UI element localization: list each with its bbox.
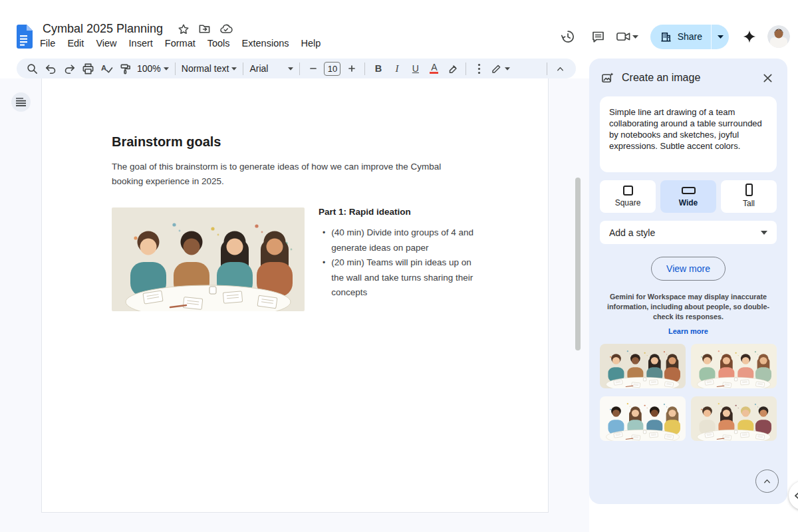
italic-button[interactable]: I xyxy=(388,60,406,77)
undo-icon xyxy=(45,63,57,75)
view-more-button[interactable]: View more xyxy=(651,257,726,281)
menu-extensions[interactable]: Extensions xyxy=(236,37,295,50)
print-button[interactable] xyxy=(79,60,97,77)
paragraph-style-select[interactable]: Normal text xyxy=(180,60,239,77)
paint-format-button[interactable] xyxy=(116,60,134,77)
text-color-button[interactable]: A xyxy=(425,60,443,77)
caret-down-icon xyxy=(505,67,510,70)
toolbar-divider xyxy=(547,63,547,75)
paint-roller-icon xyxy=(119,63,132,75)
scroll-to-top-button[interactable] xyxy=(755,469,779,493)
caret-down-icon xyxy=(718,35,724,39)
doc-bullet-list: (40 min) Divide into groups of 4 and gen… xyxy=(319,225,483,301)
minus-icon xyxy=(309,65,317,72)
hide-menus-button[interactable] xyxy=(551,60,569,77)
share-button[interactable]: Share xyxy=(650,25,729,49)
redo-button[interactable] xyxy=(61,60,78,77)
join-call-button[interactable] xyxy=(616,30,641,43)
app-header: Cymbal 2025 Planning File Edit View Inse… xyxy=(0,0,798,59)
collapse-panel-handle[interactable] xyxy=(789,481,798,510)
spellcheck-button[interactable]: A xyxy=(98,60,116,77)
gemini-disclaimer: Gemini for Workspace may display inaccur… xyxy=(604,292,773,322)
comments-button[interactable] xyxy=(585,23,612,50)
show-outline-button[interactable] xyxy=(11,92,31,112)
chevron-left-icon xyxy=(793,491,798,501)
editing-mode-select[interactable] xyxy=(489,60,512,77)
gemini-sparkle-icon xyxy=(742,29,757,44)
document-canvas: Brainstorm goals The goal of this brains… xyxy=(0,78,589,532)
aspect-wide-button[interactable]: Wide xyxy=(660,180,716,213)
highlighter-icon xyxy=(447,63,459,74)
star-icon[interactable] xyxy=(178,23,190,35)
menu-bar: File Edit View Insert Format Tools Exten… xyxy=(34,37,327,50)
chevron-up-icon xyxy=(762,476,772,486)
doc-bullet-item: (20 min) Teams will pin ideas up on the … xyxy=(319,255,483,301)
toolbar-divider xyxy=(243,63,243,75)
redo-icon xyxy=(63,63,76,75)
doc-heading: Brainstorm goals xyxy=(112,134,221,150)
text-color-swatch xyxy=(430,72,438,74)
generated-image-thumbnail[interactable] xyxy=(691,396,777,441)
create-image-panel: Create an image Simple line art drawing … xyxy=(589,59,787,504)
caret-down-icon xyxy=(761,231,767,235)
doc-bullet-item: (40 min) Divide into groups of 4 and gen… xyxy=(319,225,483,255)
generated-image-thumbnail[interactable] xyxy=(600,396,686,441)
underline-button[interactable]: U xyxy=(406,60,424,77)
search-icon xyxy=(26,63,39,75)
doc-intro-paragraph: The goal of this brainstorm is to genera… xyxy=(112,160,448,189)
account-avatar[interactable] xyxy=(767,25,790,48)
learn-more-link[interactable]: Learn more xyxy=(589,327,787,335)
font-size-input[interactable]: 10 xyxy=(324,62,340,76)
menu-edit[interactable]: Edit xyxy=(61,37,90,50)
move-folder-icon[interactable] xyxy=(198,23,211,35)
menu-view[interactable]: View xyxy=(90,37,122,50)
square-shape-icon xyxy=(623,186,633,196)
comment-icon xyxy=(591,30,605,44)
caret-down-icon xyxy=(632,35,638,39)
doc-inline-image[interactable] xyxy=(112,207,305,311)
version-history-button[interactable] xyxy=(555,23,581,50)
increase-font-size-button[interactable] xyxy=(342,60,360,77)
print-icon xyxy=(82,63,94,75)
outline-icon xyxy=(16,98,26,106)
caret-down-icon xyxy=(231,67,237,70)
menu-file[interactable]: File xyxy=(34,37,61,50)
menu-tools[interactable]: Tools xyxy=(201,37,236,50)
add-style-select[interactable]: Add a style xyxy=(600,221,777,244)
generated-images-grid xyxy=(600,344,777,441)
aspect-tall-button[interactable]: Tall xyxy=(721,180,777,213)
highlight-color-button[interactable] xyxy=(444,60,462,77)
wide-shape-icon xyxy=(682,187,696,194)
font-family-select[interactable]: Arial xyxy=(247,60,295,77)
menu-format[interactable]: Format xyxy=(159,37,201,50)
vertical-scrollbar[interactable] xyxy=(575,178,581,350)
more-options-button[interactable] xyxy=(470,60,488,77)
document-title[interactable]: Cymbal 2025 Planning xyxy=(40,21,166,37)
menu-insert[interactable]: Insert xyxy=(123,37,159,50)
doc-section-title: Part 1: Rapid ideation xyxy=(319,207,483,217)
close-icon xyxy=(762,72,773,84)
google-docs-logo-icon[interactable] xyxy=(15,25,33,49)
share-dropdown[interactable] xyxy=(711,25,729,49)
toolbar-divider xyxy=(299,63,300,75)
pencil-icon xyxy=(491,63,502,74)
close-panel-button[interactable] xyxy=(758,68,777,87)
video-camera-icon xyxy=(616,30,631,43)
bold-button[interactable]: B xyxy=(369,60,387,77)
undo-button[interactable] xyxy=(42,60,60,77)
panel-title: Create an image xyxy=(622,72,700,84)
decrease-font-size-button[interactable] xyxy=(304,60,322,77)
history-icon xyxy=(561,29,575,44)
cloud-status-icon[interactable] xyxy=(219,23,233,36)
menu-help[interactable]: Help xyxy=(295,37,327,50)
zoom-select[interactable]: 100% xyxy=(135,60,171,77)
search-menus-button[interactable] xyxy=(23,60,41,77)
document-page[interactable]: Brainstorm goals The goal of this brains… xyxy=(41,78,549,513)
aspect-ratio-group: Square Wide Tall xyxy=(600,180,777,213)
image-prompt-input[interactable]: Simple line art drawing of a team collab… xyxy=(600,96,777,172)
generated-image-thumbnail[interactable] xyxy=(600,344,686,388)
gemini-button[interactable] xyxy=(738,23,761,50)
aspect-square-button[interactable]: Square xyxy=(600,180,656,213)
generated-image-thumbnail[interactable] xyxy=(691,344,777,388)
building-icon xyxy=(660,31,672,43)
